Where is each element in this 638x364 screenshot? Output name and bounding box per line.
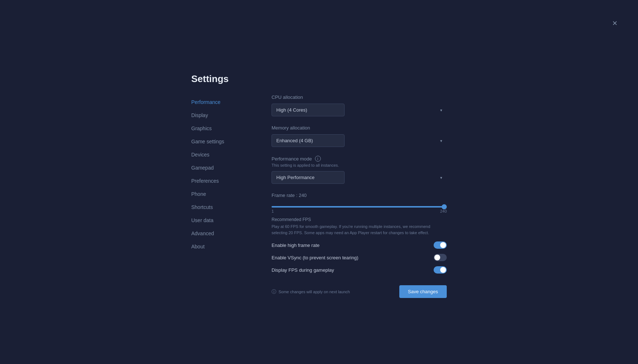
footer-info-icon: ⓘ	[272, 289, 276, 295]
sidebar-item-devices[interactable]: Devices	[191, 149, 250, 160]
settings-panel: Settings PerformanceDisplayGraphicsGame …	[191, 66, 447, 298]
slider-max-label: 240	[440, 209, 447, 213]
cpu-allocation-wrapper: High (4 Cores) Medium (2 Cores) Low (1 C…	[272, 104, 447, 116]
sidebar-item-advanced[interactable]: Advanced	[191, 228, 250, 239]
nav-list: PerformanceDisplayGraphicsGame settingsD…	[191, 96, 250, 252]
sidebar-item-game-settings[interactable]: Game settings	[191, 136, 250, 147]
sidebar-item-graphics[interactable]: Graphics	[191, 123, 250, 134]
sidebar-item-phone[interactable]: Phone	[191, 188, 250, 200]
toggle-high-frame-rate-knob	[440, 242, 446, 248]
footer-note-text: Some changes will apply on next launch	[278, 290, 350, 294]
frame-rate-slider[interactable]	[272, 206, 447, 208]
sidebar-item-shortcuts[interactable]: Shortcuts	[191, 201, 250, 213]
sidebar-item-user-data[interactable]: User data	[191, 214, 250, 226]
sidebar-item-gamepad[interactable]: Gamepad	[191, 162, 250, 174]
toggle-high-frame-rate[interactable]	[434, 241, 447, 249]
memory-allocation-label: Memory allocation	[272, 125, 447, 131]
sidebar-item-preferences[interactable]: Preferences	[191, 175, 250, 187]
sidebar: Settings PerformanceDisplayGraphicsGame …	[191, 73, 250, 298]
toggle-display-fps-knob	[440, 267, 446, 273]
sidebar-item-performance[interactable]: Performance	[191, 96, 250, 108]
toggle-vsync[interactable]	[434, 254, 447, 261]
memory-select-arrow-icon: ▾	[440, 138, 442, 143]
perf-mode-select-arrow-icon: ▾	[440, 175, 442, 180]
close-button[interactable]: ✕	[610, 19, 619, 28]
performance-mode-label: Performance mode	[272, 156, 312, 162]
save-changes-button[interactable]: Save changes	[399, 285, 447, 298]
sidebar-item-about[interactable]: About	[191, 241, 250, 252]
toggle-vsync-row: Enable VSync (to prevent screen tearing)	[272, 254, 447, 261]
performance-mode-note: This setting is applied to all instances…	[272, 163, 447, 167]
footer-note: ⓘ Some changes will apply on next launch	[272, 289, 350, 295]
toggle-high-frame-rate-label: Enable high frame rate	[272, 243, 320, 248]
toggle-display-fps-row: Display FPS during gameplay	[272, 266, 447, 274]
sidebar-item-display[interactable]: Display	[191, 109, 250, 121]
cpu-allocation-select[interactable]: High (4 Cores) Medium (2 Cores) Low (1 C…	[272, 104, 345, 116]
performance-mode-header: Performance mode i	[272, 156, 447, 162]
frame-rate-label: Frame rate : 240	[272, 193, 447, 198]
cpu-allocation-label: CPU allocation	[272, 94, 447, 100]
memory-allocation-select[interactable]: Enhanced (4 GB) Standard (2 GB) Low (1 G…	[272, 134, 345, 147]
toggle-vsync-knob	[434, 255, 440, 260]
toggle-high-frame-rate-row: Enable high frame rate	[272, 241, 447, 249]
toggle-display-fps-label: Display FPS during gameplay	[272, 267, 334, 273]
slider-min-label: 1	[272, 209, 274, 213]
toggle-vsync-label: Enable VSync (to prevent screen tearing)	[272, 255, 358, 260]
cpu-select-arrow-icon: ▾	[440, 108, 442, 112]
recommended-fps-text: Play at 60 FPS for smooth gameplay. If y…	[272, 224, 432, 236]
memory-allocation-wrapper: Enhanced (4 GB) Standard (2 GB) Low (1 G…	[272, 134, 447, 147]
toggle-display-fps[interactable]	[434, 266, 447, 274]
main-content: CPU allocation High (4 Cores) Medium (2 …	[272, 73, 447, 298]
slider-range: 1 240	[272, 209, 447, 213]
performance-mode-select[interactable]: High Performance Balanced Power Saving	[272, 171, 345, 184]
recommended-fps-title: Recommended FPS	[272, 217, 447, 222]
performance-mode-wrapper: High Performance Balanced Power Saving ▾	[272, 171, 447, 184]
page-title: Settings	[191, 73, 250, 85]
performance-mode-info-icon[interactable]: i	[315, 156, 321, 162]
footer-row: ⓘ Some changes will apply on next launch…	[272, 282, 447, 298]
frame-rate-slider-container: 1 240	[272, 202, 447, 213]
